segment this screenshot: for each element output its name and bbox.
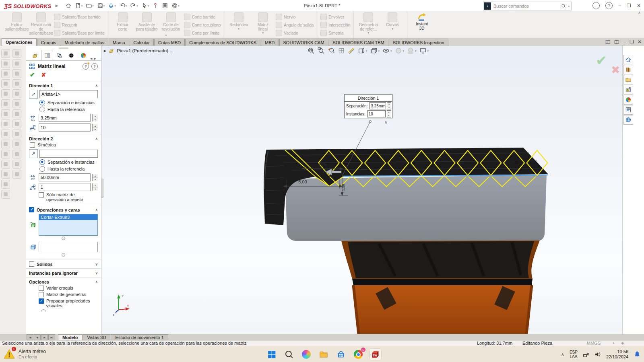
model-front-face[interactable] <box>286 175 547 241</box>
user-account-icon[interactable] <box>592 2 600 9</box>
feature-tree-flyout[interactable]: ▶ Pieza1 (Predeterminado) ... <box>104 48 173 53</box>
listbox-resize-handle[interactable] <box>62 253 65 257</box>
search-dropdown-icon[interactable]: ▾ <box>568 5 570 8</box>
checkbox-geometry-pattern[interactable]: Matriz de geometría <box>39 292 98 297</box>
close-button[interactable]: ✕ <box>637 3 641 8</box>
instances2-field[interactable]: 1 <box>39 183 91 191</box>
previous-view-icon[interactable] <box>328 47 335 54</box>
tab-marca[interactable]: Marca <box>109 39 129 46</box>
section-header[interactable]: Dirección 2 ∧ <box>29 136 98 141</box>
zoom-to-fit-icon[interactable] <box>308 47 315 54</box>
toolbar-home-icon[interactable] <box>64 1 73 10</box>
grid-pane-icon[interactable] <box>614 39 619 45</box>
toolbar-list-icon[interactable] <box>161 1 169 10</box>
microsoft-store-icon[interactable] <box>335 348 347 360</box>
tab-solidworks-cam[interactable]: SOLIDWORKS CAM <box>279 39 328 46</box>
section-header[interactable]: Dirección 1 ∧ <box>29 83 98 88</box>
graphics-area[interactable]: 3,25 1,00 5,00 1,50 Y <box>101 46 622 334</box>
view-settings-icon[interactable]: ▾ <box>419 47 429 54</box>
callout-title[interactable]: Dirección 1 <box>345 95 392 102</box>
pm-tabs-right-arrow[interactable]: ▶ <box>93 57 97 60</box>
confirm-accept-watermark[interactable]: ✔ <box>596 52 607 68</box>
toolbar-pin-icon[interactable] <box>151 1 160 10</box>
faces-list[interactable] <box>39 242 98 252</box>
section-header[interactable]: Opciones ∧ <box>29 280 98 284</box>
doc-close-button[interactable]: ✕ <box>638 39 642 45</box>
dropdown-arrow-icon[interactable]: ▾ <box>262 31 264 34</box>
units-dropdown-icon[interactable]: ▴ <box>613 341 615 344</box>
toolbar-open-icon[interactable]: ▾ <box>85 1 95 10</box>
view-orientation-icon[interactable]: ▾ <box>370 47 380 54</box>
chrome-icon[interactable]: L <box>352 348 364 360</box>
network-icon[interactable] <box>583 351 589 358</box>
search-icon[interactable] <box>561 4 566 9</box>
volume-icon[interactable] <box>594 351 601 358</box>
custom-properties-icon[interactable] <box>623 105 633 115</box>
tab-cotas-mbd[interactable]: Cotas MBD <box>154 39 185 46</box>
radio-spacing-instances-1[interactable]: Separación e instancias <box>39 100 98 105</box>
taskbar-weather-widget[interactable]: 1 Alerta méteo En efecto <box>3 348 46 360</box>
ribbon-collapse-icon[interactable]: ∧ <box>638 10 641 15</box>
tab-operaciones[interactable]: Operaciones <box>2 38 37 46</box>
toolbar-gear-icon[interactable]: ▾ <box>170 1 181 10</box>
sketch-view-icon[interactable]: ▾ <box>358 47 367 54</box>
spacing1-field[interactable]: 3.25mm <box>39 114 91 122</box>
copilot-icon[interactable] <box>300 348 312 360</box>
home-icon[interactable] <box>623 55 633 64</box>
radio-up-to-reference-1[interactable]: Hasta la referencia <box>39 107 98 112</box>
doc-tab-vistas-3d[interactable]: Vistas 3D <box>83 334 111 340</box>
tab-solidworks-cam-tbm[interactable]: SOLIDWORKS CAM TBM <box>329 39 388 46</box>
expand-triangle-icon[interactable]: ▶ <box>104 49 106 53</box>
direction1-reference-field[interactable]: Arista<1> <box>39 90 98 98</box>
cancel-button[interactable]: ✘ <box>41 72 46 78</box>
dropdown-arrow-icon[interactable]: ▾ <box>238 27 240 30</box>
tab-solidworks-inspection[interactable]: SOLIDWORKS Inspection <box>389 39 448 46</box>
dropdown-arrow-icon[interactable]: ▾ <box>392 27 393 30</box>
toolbar-save-icon[interactable]: ▾ <box>96 1 106 10</box>
checkbox-vary-sketch[interactable]: Variar croquis <box>39 286 98 291</box>
callout-spacing-spinner[interactable]: ▴▾ <box>387 102 391 109</box>
file-explorer-icon[interactable] <box>623 75 633 84</box>
panel-splitter-handle[interactable] <box>101 179 103 198</box>
appearances-icon[interactable]: ▾ <box>395 47 405 54</box>
checkbox-icon[interactable] <box>29 207 34 212</box>
ok-button[interactable]: ✔ <box>30 71 35 78</box>
model-3d[interactable]: 3,25 1,00 5,00 1,50 Y <box>101 46 622 334</box>
tab-scroll-last-icon[interactable]: ▶| <box>48 334 55 340</box>
callout-instances-field[interactable]: 10 <box>367 110 386 117</box>
toolbar-undo-icon[interactable]: ▾ <box>118 1 128 10</box>
instances1-field[interactable]: 10 <box>39 123 91 132</box>
checkbox-icon[interactable] <box>29 261 34 267</box>
search-input[interactable] <box>493 3 561 9</box>
tab-complementos-de-solidworks[interactable]: Complementos de SOLIDWORKS <box>185 39 260 46</box>
tree-root-label[interactable]: Pieza1 (Predeterminado) ... <box>117 48 173 53</box>
tab-scroll-right-icon[interactable]: ▶ <box>41 334 48 340</box>
features-list[interactable]: Cortar-Extruir3 <box>39 214 98 236</box>
panel-grip[interactable] <box>59 47 68 49</box>
doc-minimize-button[interactable]: – <box>623 39 626 45</box>
taskbar-search-icon[interactable] <box>283 348 295 360</box>
tab-dimxpertmanager[interactable] <box>65 51 77 60</box>
tab-scroll-left-icon[interactable]: ◀ <box>34 334 41 340</box>
minimize-button[interactable]: – <box>618 3 621 8</box>
radio-up-to-reference-2[interactable]: Hasta la referencia <box>39 166 98 172</box>
spacing2-spinner[interactable]: ▴▾ <box>92 174 98 181</box>
tab-modelado-de-mallas[interactable]: Modelado de mallas <box>61 39 108 46</box>
spacing1-spinner[interactable]: ▴▾ <box>92 114 98 121</box>
context-help-icon[interactable]: ? <box>91 63 98 70</box>
status-tag-icon[interactable]: ◈ <box>621 341 624 345</box>
tab-calcular[interactable]: Calcular <box>130 39 154 46</box>
tab-displaymanager[interactable] <box>77 51 89 60</box>
file-explorer-icon[interactable] <box>318 348 330 360</box>
solidworks-taskbar-icon[interactable]: SW <box>369 348 382 360</box>
section-header[interactable]: Sólidos ∨ <box>29 261 98 267</box>
toolbar-redo-icon[interactable]: ▾ <box>129 1 139 10</box>
dropdown-arrow-icon[interactable]: ▾ <box>165 34 167 37</box>
tab-featuremanager[interactable] <box>29 51 41 60</box>
checkbox-propagate-visual[interactable]: Propagar propiedades visuales <box>39 298 98 308</box>
toolbar-select-icon[interactable]: ▾ <box>140 1 151 10</box>
hide-show-items-icon[interactable]: ▾ <box>382 47 392 54</box>
checkbox-pattern-seed-only[interactable]: Sólo matriz de operación a repetir <box>39 192 98 202</box>
tab-mbd[interactable]: MBD <box>261 39 279 46</box>
notifications-bell-icon[interactable] <box>634 351 641 358</box>
